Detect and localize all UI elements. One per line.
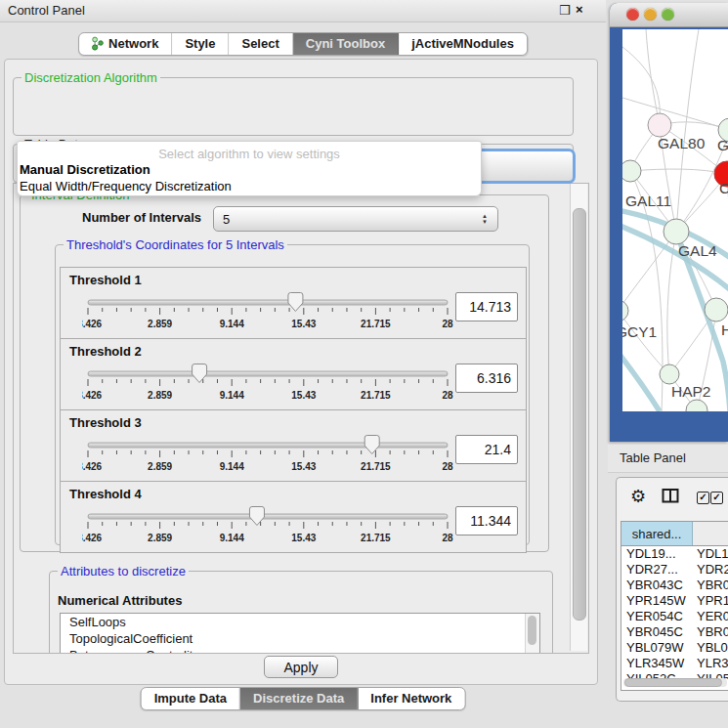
network-node[interactable]	[622, 300, 628, 321]
cell-shared-name[interactable]: YBR043C	[621, 578, 692, 593]
column-header-name[interactable]: name	[693, 522, 728, 545]
tab-label: Cyni Toolbox	[306, 36, 385, 51]
cell-name[interactable]: YBL079W	[692, 640, 728, 656]
slider-thumb[interactable]	[288, 293, 303, 312]
attribute-item-betweennesscentrality[interactable]: BetweennessCentrality	[61, 647, 539, 654]
cell-shared-name[interactable]: YPR145W	[621, 593, 692, 609]
cell-name[interactable]: YBR045C	[692, 624, 728, 640]
threshold-2-value-input[interactable]	[455, 364, 518, 393]
svg-text:2.859: 2.859	[148, 461, 172, 472]
node-label-gal4: GAL4	[678, 242, 717, 259]
column-header-shared-name[interactable]: shared...	[621, 522, 693, 545]
network-edge[interactable]	[622, 47, 660, 125]
table-row[interactable]: YBR043CYBR043C	[621, 578, 728, 593]
cell-name[interactable]: YDL19...	[692, 546, 728, 562]
tab-label: Discretize Data	[253, 691, 344, 706]
cell-shared-name[interactable]: YBL079W	[621, 640, 692, 656]
table-row[interactable]: YBL079WYBL079W	[621, 640, 728, 656]
threshold-3-value-input[interactable]	[455, 435, 518, 464]
attributes-scrollbar-thumb[interactable]	[528, 616, 536, 645]
minimize-traffic-light-icon[interactable]	[644, 8, 657, 21]
checkbox-checked-icon[interactable]: ✓	[710, 492, 723, 504]
cell-name[interactable]: YBR043C	[692, 578, 728, 593]
bottom-tab-infer-network[interactable]: Infer Network	[358, 688, 464, 709]
cell-name[interactable]: YER054C	[692, 609, 728, 624]
node-label-gcy1: GCY1	[622, 323, 657, 340]
float-window-icon[interactable]: ❒	[559, 3, 571, 18]
network-edge-thick[interactable]	[622, 352, 660, 411]
table-row[interactable]: YER054CYER054C	[621, 609, 728, 624]
table-panel-toolbar: ⚙ ✓ ✓	[617, 478, 728, 519]
svg-text:28: 28	[442, 390, 453, 401]
popup-item-equal-width-frequency[interactable]: Equal Width/Frequency Discretization	[20, 179, 232, 193]
table-row[interactable]: YBR045CYBR045C	[621, 624, 728, 640]
settings-scrollbar-thumb[interactable]	[573, 208, 586, 621]
numerical-attributes-list[interactable]: SelfLoopsTopologicalCoefficientBetweenne…	[60, 613, 540, 654]
cell-name[interactable]: YLR345W	[692, 656, 728, 671]
close-traffic-light-icon[interactable]	[626, 8, 639, 21]
bottom-tab-discretize-data[interactable]: Discretize Data	[240, 688, 358, 709]
cell-shared-name[interactable]: YLR345W	[621, 656, 692, 671]
threshold-label: Threshold 1	[69, 273, 142, 287]
popup-item-manual-discretization[interactable]: Manual Discretization	[20, 162, 150, 177]
network-node[interactable]	[660, 364, 679, 384]
slider-thumb[interactable]	[364, 436, 379, 454]
tab-label: Select	[241, 36, 278, 51]
table-row[interactable]: YPR145WYPR145W	[621, 593, 728, 609]
number-of-intervals-select[interactable]: 5 ▲▼	[213, 206, 498, 232]
network-node[interactable]	[705, 298, 728, 321]
threshold-slider[interactable]: -3.4262.8599.14415.4321.71528	[82, 291, 453, 332]
network-edge[interactable]	[646, 29, 660, 125]
attributes-group: Attributes to discretize Numerical Attri…	[49, 565, 553, 654]
tab-jactivemnodules[interactable]: jActiveMNodules	[399, 33, 527, 55]
table-horizontal-scrollbar[interactable]	[623, 678, 727, 687]
cell-shared-name[interactable]: YBR045C	[621, 624, 692, 640]
gear-icon[interactable]: ⚙	[630, 486, 646, 507]
settings-vertical-scrollbar[interactable]	[570, 184, 587, 651]
cell-shared-name[interactable]: YDR27...	[621, 562, 692, 578]
threshold-1-value-input[interactable]	[455, 292, 518, 321]
zoom-traffic-light-icon[interactable]	[662, 8, 674, 21]
attribute-item-topologicalcoefficient[interactable]: TopologicalCoefficient	[61, 630, 539, 647]
cell-shared-name[interactable]: YER054C	[621, 609, 692, 624]
network-graph: GAL80GACGAL11GAL4GCY1HHAP2	[622, 29, 728, 411]
threshold-panel-1: Threshold 1-3.4262.8599.14415.4321.71528	[60, 267, 527, 339]
numerical-attributes-label: Numerical Attributes	[58, 593, 182, 608]
network-edge[interactable]	[676, 29, 699, 232]
table-row[interactable]: YLR345WYLR345W	[621, 656, 728, 671]
cell-name[interactable]: YPR145W	[692, 593, 728, 609]
algorithm-dropdown-popup: Select algorithm to view settings Manual…	[17, 141, 482, 196]
apply-button[interactable]: Apply	[264, 656, 338, 678]
network-view-window: GAL80GACGAL11GAL4GCY1HHAP2	[610, 3, 728, 442]
threshold-slider[interactable]: -3.4262.8599.14415.4321.71528	[82, 363, 453, 404]
table-row[interactable]: YDR27...YDR27...	[621, 562, 728, 578]
tab-label: Infer Network	[370, 691, 451, 706]
slider-thumb[interactable]	[193, 364, 207, 383]
network-node[interactable]	[622, 160, 641, 182]
network-node[interactable]	[664, 219, 689, 244]
tab-cyni-toolbox[interactable]: Cyni Toolbox	[293, 33, 399, 55]
tab-network[interactable]: Network	[79, 33, 172, 55]
threshold-4-value-input[interactable]	[455, 506, 518, 535]
split-columns-icon[interactable]	[662, 488, 679, 504]
slider-thumb[interactable]	[249, 507, 264, 526]
attributes-scrollbar[interactable]	[525, 614, 539, 654]
attribute-item-selfloops[interactable]: SelfLoops	[61, 614, 539, 630]
tab-select[interactable]: Select	[229, 33, 292, 55]
bottom-tab-impute-data[interactable]: Impute Data	[142, 688, 240, 709]
table-hscrollbar-thumb[interactable]	[624, 678, 722, 687]
table-row[interactable]: YDL19...YDL19...	[621, 546, 728, 562]
svg-text:21.715: 21.715	[361, 390, 391, 401]
svg-text:28: 28	[442, 319, 453, 329]
svg-text:21.715: 21.715	[361, 533, 391, 543]
network-node[interactable]	[648, 113, 671, 137]
control-panel-titlebar: Control Panel ❒ ×	[0, 0, 606, 22]
network-canvas[interactable]: GAL80GACGAL11GAL4GCY1HHAP2	[622, 29, 728, 411]
close-icon[interactable]: ×	[576, 2, 583, 17]
threshold-slider[interactable]: -3.4262.8599.14415.4321.71528	[82, 505, 453, 546]
checkbox-checked-icon[interactable]: ✓	[697, 492, 709, 504]
cell-name[interactable]: YDR27...	[692, 562, 728, 578]
threshold-slider[interactable]: -3.4262.8599.14415.4321.71528	[82, 434, 453, 475]
cell-shared-name[interactable]: YDL19...	[621, 546, 692, 562]
tab-style[interactable]: Style	[172, 33, 229, 55]
